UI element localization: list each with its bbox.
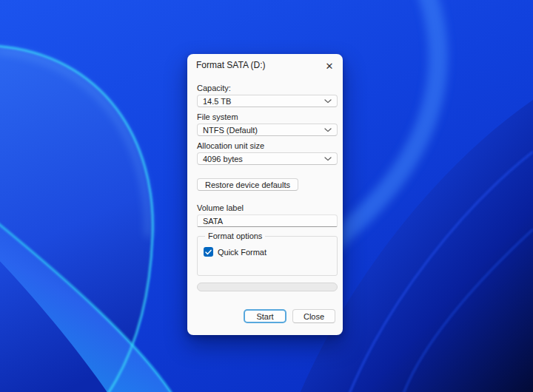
capacity-combobox[interactable]: 14.5 TB bbox=[197, 95, 338, 107]
chevron-down-icon bbox=[324, 99, 332, 104]
file-system-value: NTFS (Default) bbox=[203, 126, 258, 135]
quick-format-row[interactable]: Quick Format bbox=[204, 247, 331, 257]
close-button[interactable]: ✕ bbox=[321, 58, 338, 73]
quick-format-checkbox[interactable] bbox=[204, 247, 213, 257]
close-dialog-button[interactable]: Close bbox=[292, 309, 335, 323]
format-progressbar bbox=[197, 283, 338, 291]
dialog-footer: Start Close bbox=[197, 309, 338, 323]
file-system-label: File system bbox=[197, 112, 338, 122]
format-options-legend: Format options bbox=[205, 232, 265, 240]
quick-format-label: Quick Format bbox=[218, 248, 266, 257]
chevron-down-icon bbox=[324, 157, 332, 161]
allocation-unit-value: 4096 bytes bbox=[203, 155, 243, 163]
capacity-value: 14.5 TB bbox=[203, 97, 231, 106]
restore-defaults-button[interactable]: Restore device defaults bbox=[197, 178, 298, 191]
allocation-unit-combobox[interactable]: 4096 bytes bbox=[197, 152, 338, 165]
dialog-content: Capacity: 14.5 TB File system NTFS (Defa… bbox=[187, 84, 343, 323]
close-icon: ✕ bbox=[326, 61, 334, 72]
format-dialog: Format SATA (D:) ✕ Capacity: 14.5 TB Fil… bbox=[187, 54, 343, 335]
dialog-titlebar[interactable]: Format SATA (D:) ✕ bbox=[187, 54, 343, 73]
volume-label: Volume label bbox=[197, 203, 338, 213]
chevron-down-icon bbox=[324, 128, 332, 132]
file-system-combobox[interactable]: NTFS (Default) bbox=[197, 124, 338, 136]
dialog-title: Format SATA (D:) bbox=[196, 60, 266, 70]
capacity-label: Capacity: bbox=[197, 84, 338, 93]
desktop: Format SATA (D:) ✕ Capacity: 14.5 TB Fil… bbox=[0, 0, 533, 392]
checkmark-icon bbox=[205, 249, 212, 255]
allocation-unit-label: Allocation unit size bbox=[197, 141, 338, 151]
volume-label-input[interactable] bbox=[197, 214, 338, 227]
start-button[interactable]: Start bbox=[244, 309, 286, 323]
format-options-group: Format options Quick Format bbox=[197, 232, 338, 276]
